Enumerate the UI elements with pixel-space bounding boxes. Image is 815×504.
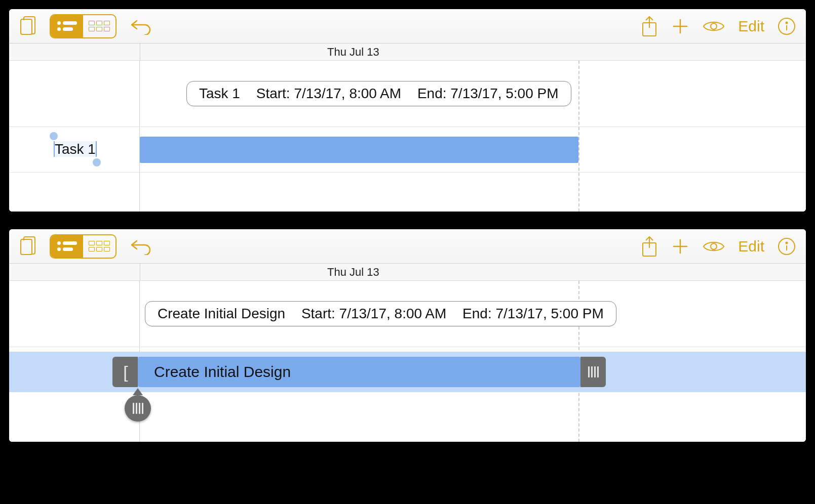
date-header-text: Thu Jul 13 <box>327 46 379 59</box>
svg-point-7 <box>786 22 788 23</box>
popover-start: Start: 7/13/17, 8:00 AM <box>256 86 401 101</box>
left-handle-glyph: [ <box>123 362 127 382</box>
text-selection-end-handle[interactable] <box>93 158 101 166</box>
undo-icon[interactable] <box>130 238 152 255</box>
view-mode-segmented[interactable] <box>50 14 117 38</box>
documents-icon[interactable] <box>19 16 36 37</box>
toolbar: Edit <box>9 9 806 44</box>
view-mode-cards[interactable] <box>83 15 115 37</box>
eye-icon[interactable] <box>703 19 725 34</box>
date-header-strip: Thu Jul 13 <box>9 44 806 61</box>
svg-rect-0 <box>21 19 32 34</box>
popover-task-name: Task 1 <box>199 86 240 101</box>
task-name-editor[interactable]: Task 1 <box>54 141 97 157</box>
svg-point-16 <box>786 242 788 243</box>
popover-end: End: 7/13/17, 5:00 PM <box>417 86 559 101</box>
day-divider <box>578 61 579 212</box>
info-icon[interactable] <box>778 237 796 256</box>
svg-point-14 <box>711 243 717 249</box>
task-outline-sidebar <box>9 61 140 212</box>
eye-icon[interactable] <box>703 239 725 254</box>
info-icon[interactable] <box>778 17 796 35</box>
task-info-popover: Create Initial Design Start: 7/13/17, 8:… <box>145 301 616 326</box>
edit-button[interactable]: Edit <box>738 238 764 255</box>
date-header-strip: Thu Jul 13 <box>9 264 806 281</box>
task-completion-drag-handle[interactable] <box>125 395 151 422</box>
share-icon[interactable] <box>641 16 658 37</box>
toolbar: Edit <box>9 229 806 264</box>
view-mode-segmented[interactable] <box>50 234 117 259</box>
add-icon[interactable] <box>671 237 689 256</box>
task-bar[interactable] <box>140 137 578 163</box>
documents-icon[interactable] <box>19 236 36 257</box>
popover-task-name: Create Initial Design <box>158 306 285 321</box>
grip-lines-icon <box>133 403 143 414</box>
task-bar-label: Create Initial Design <box>154 363 291 381</box>
task-bar-body[interactable]: Create Initial Design <box>138 357 580 387</box>
gantt-panel-editing-name: Edit Thu Jul 13 Task 1 Start: 7/13/17, 8… <box>9 9 806 212</box>
task-start-drag-handle[interactable]: [ <box>112 357 138 387</box>
svg-rect-9 <box>21 239 32 255</box>
undo-icon[interactable] <box>130 18 152 35</box>
view-mode-gantt[interactable] <box>51 15 83 37</box>
task-bar-selected[interactable]: [ Create Initial Design <box>112 357 606 387</box>
gantt-panel-task-selected: Edit Thu Jul 13 Create Initial Design St… <box>9 229 806 442</box>
popover-end: End: 7/13/17, 5:00 PM <box>462 306 604 321</box>
view-mode-gantt[interactable] <box>51 235 83 258</box>
edit-button[interactable]: Edit <box>738 18 764 35</box>
gantt-body: Create Initial Design Start: 7/13/17, 8:… <box>9 281 806 442</box>
add-icon[interactable] <box>671 17 689 35</box>
view-mode-cards[interactable] <box>83 235 115 258</box>
gantt-body: Task 1 Start: 7/13/17, 8:00 AM End: 7/13… <box>9 61 806 212</box>
svg-point-5 <box>711 23 717 29</box>
share-icon[interactable] <box>641 236 658 257</box>
task-end-drag-handle[interactable] <box>580 357 606 387</box>
task-name-text[interactable]: Task 1 <box>54 141 97 157</box>
popover-start: Start: 7/13/17, 8:00 AM <box>301 306 446 321</box>
task-info-popover: Task 1 Start: 7/13/17, 8:00 AM End: 7/13… <box>186 81 571 106</box>
date-header-text: Thu Jul 13 <box>327 266 379 279</box>
grip-lines-icon <box>588 366 599 377</box>
text-selection-start-handle[interactable] <box>50 132 58 140</box>
